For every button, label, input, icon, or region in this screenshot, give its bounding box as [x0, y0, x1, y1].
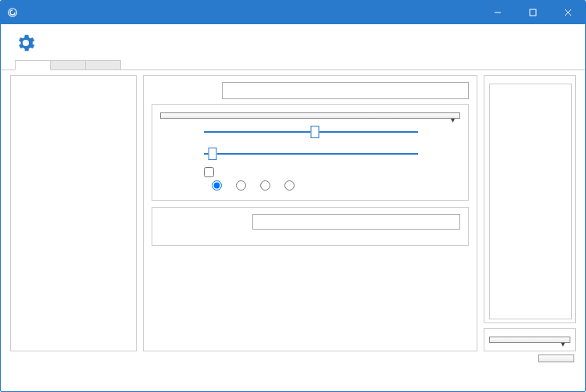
- size-slider[interactable]: [204, 145, 418, 162]
- close-button[interactable]: [550, 1, 585, 24]
- svg-point-0: [9, 9, 17, 17]
- tab-about[interactable]: [85, 60, 121, 69]
- preset-panel: [143, 75, 477, 351]
- template-input[interactable]: [252, 214, 460, 230]
- svg-rect-2: [530, 9, 536, 16]
- rotate-270[interactable]: [284, 180, 298, 191]
- input-formats-group: [484, 75, 576, 323]
- quality-slider[interactable]: [204, 123, 418, 141]
- output-format-group: [152, 104, 469, 201]
- tab-presets[interactable]: [15, 60, 51, 70]
- save-button[interactable]: [538, 355, 574, 362]
- input-formats-list[interactable]: [489, 84, 572, 319]
- minimize-button[interactable]: [480, 1, 515, 24]
- title-bar: [1, 1, 585, 24]
- rotate-none[interactable]: [212, 180, 225, 191]
- clamp-checkbox[interactable]: [204, 167, 460, 177]
- post-action-select[interactable]: [489, 337, 570, 343]
- tab-application[interactable]: [50, 60, 86, 69]
- rotate-group: [160, 180, 460, 191]
- page-header: [1, 24, 585, 60]
- tab-bar: [1, 60, 585, 70]
- preset-list[interactable]: [10, 75, 137, 351]
- post-action-group: [484, 328, 576, 351]
- app-icon: [7, 7, 18, 18]
- output-format-select[interactable]: [160, 112, 460, 119]
- rotate-90[interactable]: [236, 180, 249, 191]
- filename-template-group: [152, 207, 469, 246]
- preset-name-input[interactable]: [222, 82, 469, 99]
- rotate-180[interactable]: [260, 180, 273, 191]
- gear-icon: [15, 32, 37, 54]
- maximize-button[interactable]: [515, 1, 550, 24]
